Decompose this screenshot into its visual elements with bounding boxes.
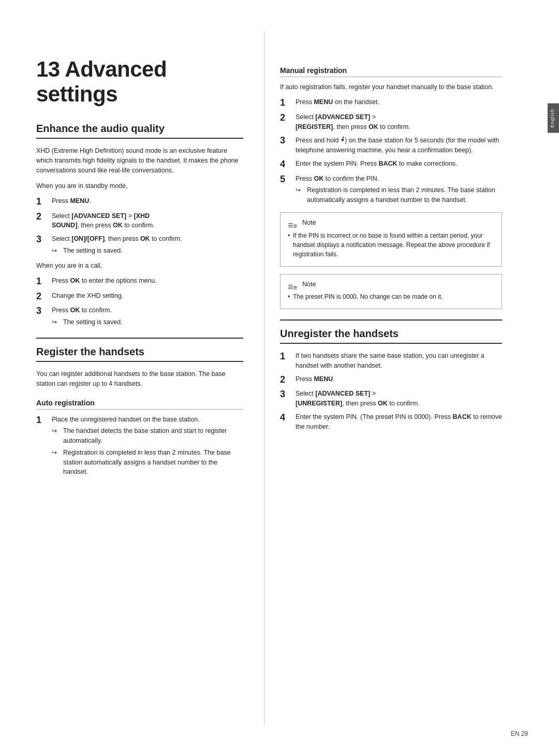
manual-step-2: 2 Select [ADVANCED SET] > [REGISTER], th… [280, 112, 502, 132]
step-number: 2 [36, 291, 50, 302]
step-content: Place the unregistered handset on the ba… [52, 415, 243, 477]
step-content: Press OK to confirm the PIN. ↪ Registrat… [296, 174, 502, 205]
note-icon-1: ≡ [288, 219, 299, 227]
step-arrow: ↪ The setting is saved. [52, 317, 243, 327]
section-divider [36, 338, 243, 339]
unreg-step-3: 3 Select [ADVANCED SET] > [UNREGISTER], … [280, 389, 502, 409]
step-content: If two handsets share the same base stat… [296, 351, 502, 371]
call-step-1: 1 Press OK to enter the options menu. [36, 276, 243, 287]
auto-step-1: 1 Place the unregistered handset on the … [36, 415, 243, 477]
section-unregister-title: Unregister the handsets [280, 328, 502, 344]
step-content: Press and hold •͒) on the base station f… [296, 135, 502, 155]
note-icon-2: ≡ [288, 280, 299, 288]
chapter-title: 13 Advancedsettings [36, 57, 243, 107]
note-box-2: ≡ Note The preset PIN is 0000. No change… [280, 274, 502, 310]
standby-intro: When you are in standby mode, [36, 181, 243, 191]
unreg-step-4: 4 Enter the system PIN. (The preset PIN … [280, 412, 502, 432]
step-number: 3 [36, 234, 50, 245]
call-step-3: 3 Press OK to confirm. ↪ The setting is … [36, 306, 243, 327]
step-content: Press OK to enter the options menu. [52, 276, 243, 286]
manual-step-4: 4 Enter the system PIN. Press BACK to ma… [280, 159, 502, 170]
step-number: 1 [280, 97, 293, 109]
step-number: 1 [36, 276, 50, 287]
note-bullet-2: The preset PIN is 0000. No change can be… [288, 292, 494, 301]
auto-steps-list: 1 Place the unregistered handset on the … [36, 415, 243, 477]
unregister-steps-list: 1 If two handsets share the same base st… [280, 351, 502, 431]
call-steps-list: 1 Press OK to enter the options menu. 2 … [36, 276, 243, 327]
step-content: Select [ADVANCED SET] > [REGISTER], then… [296, 112, 502, 132]
language-tab: English [548, 104, 559, 133]
standby-step-3: 3 Select [ON]/[OFF], then press OK to co… [36, 234, 243, 256]
step-content: Select [ON]/[OFF], then press OK to conf… [52, 234, 243, 256]
step-number: 3 [280, 389, 293, 400]
step-number: 5 [280, 174, 293, 185]
section-enhance-title: Enhance the audio quality [36, 123, 243, 139]
call-intro: When you are in a call, [36, 261, 243, 271]
standby-step-2: 2 Select [ADVANCED SET] > [XHDSOUND], th… [36, 211, 243, 231]
step-number: 2 [36, 211, 50, 223]
left-column: 13 Advancedsettings Enhance the audio qu… [0, 31, 264, 725]
step-content: Select [ADVANCED SET] > [XHDSOUND], then… [52, 211, 243, 231]
step-content: Press MENU on the handset. [296, 97, 502, 107]
step-arrow-2: ↪ Registration is completed in less than… [52, 448, 243, 477]
manual-step-5: 5 Press OK to confirm the PIN. ↪ Registr… [280, 174, 502, 205]
step-number: 2 [280, 374, 293, 386]
step-content: Press MENU. [52, 196, 243, 206]
manual-step-3: 3 Press and hold •͒) on the base station… [280, 135, 502, 155]
step-number: 1 [280, 351, 293, 362]
step-number: 1 [36, 196, 50, 208]
right-column: Manual registration If auto registration… [264, 31, 533, 725]
step-number: 4 [280, 412, 293, 424]
register-intro: You can register additional handsets to … [36, 369, 243, 389]
step-number: 2 [280, 112, 293, 124]
step-content: Enter the system PIN. Press BACK to make… [296, 159, 502, 169]
step-number: 4 [280, 159, 293, 170]
step-number: 1 [36, 415, 50, 426]
unreg-step-2: 2 Press MENU. [280, 374, 502, 386]
step-arrow-1: ↪ The handset detects the base station a… [52, 426, 243, 446]
manual-steps-list: 1 Press MENU on the handset. 2 Select [A… [280, 97, 502, 205]
step-number: 3 [280, 135, 293, 147]
note-label-2: Note [302, 280, 316, 289]
step-content: Select [ADVANCED SET] > [UNREGISTER], th… [296, 389, 502, 409]
unreg-step-1: 1 If two handsets share the same base st… [280, 351, 502, 371]
step-content: Change the XHD setting. [52, 291, 243, 301]
page-footer: EN 29 [511, 730, 528, 737]
manual-registration-title: Manual registration [280, 66, 502, 77]
step-content: Press OK to confirm. ↪ The setting is sa… [52, 306, 243, 327]
note-label-1: Note [302, 218, 316, 228]
note-box-1: ≡ Note If the PIN is incorrect or no bas… [280, 212, 502, 267]
section-register-title: Register the handsets [36, 346, 243, 362]
standby-steps-list: 1 Press MENU. 2 Select [ADVANCED SET] > … [36, 196, 243, 256]
enhance-intro: XHD (Extreme High Definition) sound mode… [36, 146, 243, 176]
manual-intro: If auto registration fails, register you… [280, 82, 502, 92]
section-divider-2 [280, 319, 502, 321]
auto-registration-title: Auto registration [36, 399, 243, 410]
standby-step-1: 1 Press MENU. [36, 196, 243, 208]
step-arrow: ↪ The setting is saved. [52, 246, 243, 256]
note-bullet-1: If the PIN is incorrect or no base is fo… [288, 231, 494, 259]
step-content: Enter the system PIN. (The preset PIN is… [296, 412, 502, 432]
step-number: 3 [36, 306, 50, 317]
manual-step-1: 1 Press MENU on the handset. [280, 97, 502, 109]
call-step-2: 2 Change the XHD setting. [36, 291, 243, 302]
step-arrow: ↪ Registration is completed in less than… [296, 185, 502, 205]
note-header-2: ≡ Note [288, 280, 494, 289]
note-header-1: ≡ Note [288, 218, 494, 228]
step-content: Press MENU. [296, 374, 502, 384]
